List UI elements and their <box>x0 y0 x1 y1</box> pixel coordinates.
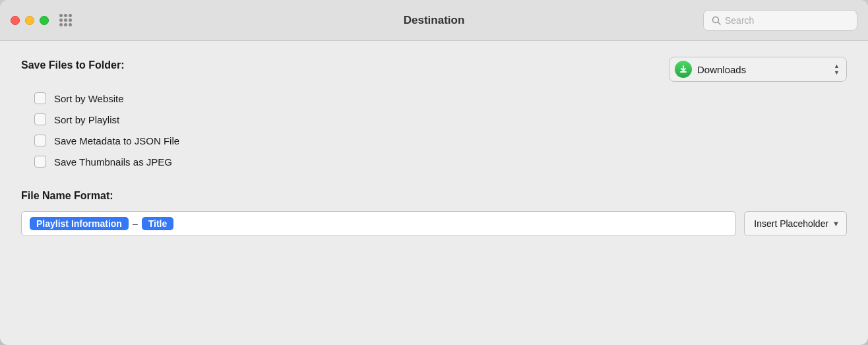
save-metadata-checkbox[interactable] <box>34 135 46 146</box>
sort-by-website-label[interactable]: Sort by Website <box>54 93 124 104</box>
window: Destination Search Save Files to Folder: <box>0 0 868 345</box>
checkboxes-area: Sort by Website Sort by Playlist Save Me… <box>21 88 847 172</box>
sort-by-playlist-checkbox[interactable] <box>34 113 46 125</box>
title-token[interactable]: Title <box>142 217 174 230</box>
save-thumbnails-checkbox[interactable] <box>34 156 46 168</box>
save-folder-label: Save Files to Folder: <box>21 57 124 71</box>
stepper-icon: ▲ ▼ <box>834 63 840 76</box>
file-name-field[interactable]: Playlist Information – Title <box>21 211 736 236</box>
file-name-format-section: File Name Format: Playlist Information –… <box>21 190 847 236</box>
save-thumbnails-label[interactable]: Save Thumbnails as JPEG <box>54 156 172 168</box>
svg-line-1 <box>718 22 721 24</box>
downloads-folder-icon <box>675 61 692 78</box>
minimize-button[interactable] <box>25 16 34 25</box>
search-icon <box>712 16 721 25</box>
file-name-format-label: File Name Format: <box>21 190 847 202</box>
checkbox-row-sort-website: Sort by Website <box>21 88 847 108</box>
titlebar: Destination Search <box>0 0 868 41</box>
save-folder-row: Save Files to Folder: Downloads ▲ ▼ <box>21 57 847 82</box>
sort-by-playlist-label[interactable]: Sort by Playlist <box>54 114 119 125</box>
folder-select-dropdown[interactable]: Downloads ▲ ▼ <box>669 57 847 82</box>
folder-name-label: Downloads <box>697 64 826 75</box>
maximize-button[interactable] <box>40 16 49 25</box>
search-placeholder: Search <box>725 15 754 26</box>
insert-placeholder-button[interactable]: Insert Placeholder ▼ <box>744 211 847 236</box>
chevron-down-icon: ▼ <box>832 220 840 228</box>
file-name-format-row: Playlist Information – Title Insert Plac… <box>21 211 847 236</box>
checkbox-row-sort-playlist: Sort by Playlist <box>21 110 847 129</box>
window-title: Destination <box>404 14 465 27</box>
checkbox-row-save-thumbnails: Save Thumbnails as JPEG <box>21 152 847 172</box>
checkbox-row-save-metadata: Save Metadata to JSON File <box>21 131 847 150</box>
playlist-information-token[interactable]: Playlist Information <box>30 217 129 230</box>
traffic-lights <box>11 16 49 25</box>
sort-by-website-checkbox[interactable] <box>34 92 46 104</box>
close-button[interactable] <box>11 16 20 25</box>
save-metadata-label[interactable]: Save Metadata to JSON File <box>54 135 179 146</box>
insert-placeholder-label: Insert Placeholder <box>754 218 828 229</box>
grid-icon[interactable] <box>59 14 72 26</box>
content-area: Save Files to Folder: Downloads ▲ ▼ <box>0 41 868 345</box>
token-separator: – <box>133 218 138 229</box>
search-bar[interactable]: Search <box>703 10 857 31</box>
